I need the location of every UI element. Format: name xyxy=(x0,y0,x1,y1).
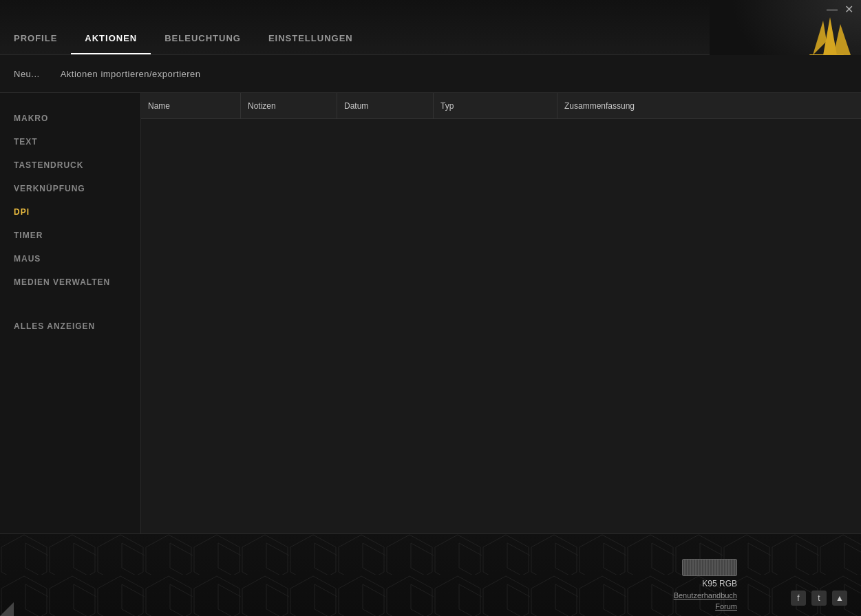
table-body xyxy=(141,119,861,533)
device-name: K95 RGB xyxy=(702,579,737,588)
col-header-datum: Datum xyxy=(337,93,434,118)
bottom-area: K95 RGB Benutzerhandbuch Forum f t ▲ xyxy=(0,533,861,616)
sidebar-item-tastendruck[interactable]: TASTENDRUCK xyxy=(0,153,140,177)
reddit-icon[interactable]: ▲ xyxy=(832,591,847,606)
sidebar: MAKRO TEXT TASTENDRUCK VERKNÜPFUNG DPI T… xyxy=(0,93,141,533)
table-area: Name Notizen Datum Typ Zusammenfassung xyxy=(141,93,861,533)
sidebar-item-timer[interactable]: TIMER xyxy=(0,224,140,247)
bottom-left-triangle[interactable] xyxy=(0,595,21,616)
col-header-name: Name xyxy=(141,93,241,118)
title-bar: — ✕ xyxy=(820,0,861,19)
device-keyboard-image xyxy=(682,559,737,576)
sidebar-item-dpi[interactable]: DPI xyxy=(0,200,140,224)
twitter-icon[interactable]: t xyxy=(811,591,827,606)
facebook-icon[interactable]: f xyxy=(791,591,806,606)
nav-tabs: PROFILE AKTIONEN BELEUCHTUNG EINSTELLUNG… xyxy=(0,0,367,54)
sidebar-item-alles[interactable]: ALLES ANZEIGEN xyxy=(0,315,140,338)
tab-profile[interactable]: PROFILE xyxy=(0,23,71,54)
tab-aktionen[interactable]: AKTIONEN xyxy=(71,23,151,54)
import-export-button[interactable]: Aktionen importieren/exportieren xyxy=(61,69,201,79)
device-manual-link[interactable]: Benutzerhandbuch xyxy=(674,591,737,599)
tab-beleuchtung[interactable]: BELEUCHTUNG xyxy=(151,23,255,54)
action-bar: Neu... Aktionen importieren/exportieren xyxy=(0,55,861,93)
triangle-icon xyxy=(0,602,14,616)
sidebar-item-maus[interactable]: MAUS xyxy=(0,247,140,270)
sidebar-item-verknuepfung[interactable]: VERKNÜPFUNG xyxy=(0,177,140,200)
minimize-button[interactable]: — xyxy=(827,4,838,15)
sidebar-bottom-section: ALLES ANZEIGEN xyxy=(0,315,140,338)
col-header-zusammenfassung: Zusammenfassung xyxy=(557,93,861,118)
new-action-button[interactable]: Neu... xyxy=(14,69,40,79)
close-button[interactable]: ✕ xyxy=(843,4,854,15)
social-icons: f t ▲ xyxy=(791,591,847,606)
table-header: Name Notizen Datum Typ Zusammenfassung xyxy=(141,93,861,119)
sidebar-item-medien[interactable]: MEDIEN VERWALTEN xyxy=(0,270,140,294)
device-forum-link[interactable]: Forum xyxy=(715,602,737,610)
main-content: MAKRO TEXT TASTENDRUCK VERKNÜPFUNG DPI T… xyxy=(0,93,861,533)
col-header-typ: Typ xyxy=(434,93,557,118)
sidebar-item-text[interactable]: TEXT xyxy=(0,130,140,153)
col-header-notizen: Notizen xyxy=(241,93,337,118)
tab-einstellungen[interactable]: EINSTELLUNGEN xyxy=(255,23,367,54)
sidebar-item-makro[interactable]: MAKRO xyxy=(0,107,140,130)
